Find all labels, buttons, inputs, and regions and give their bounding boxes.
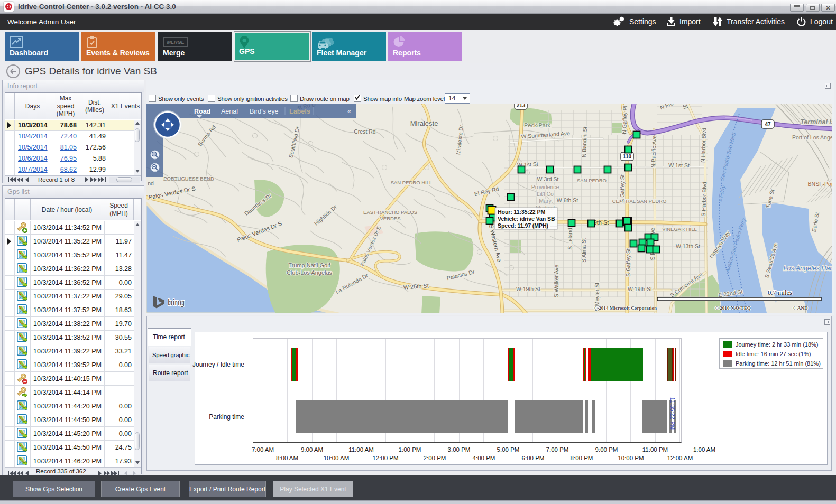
svg-text:© 2010 NAVTEQ: © 2010 NAVTEQ [715,305,751,311]
svg-text:Peck Park: Peck Park [524,122,551,128]
svg-text:Labels: Labels [289,108,310,115]
svg-text:N Bandini St: N Bandini St [581,126,588,157]
svg-text:MERGE: MERGE [167,40,185,45]
svg-text:BNSF-Port: BNSF-Port [808,181,832,187]
svg-text:W 19th St: W 19th St [628,286,652,292]
svg-text:W 6th St: W 6th St [557,197,578,203]
svg-text:W 19th St: W 19th St [516,286,540,292]
svg-text:Trump Nat'l Golf: Trump Nat'l Golf [288,262,330,268]
svg-text:Aerial: Aerial [221,108,238,115]
svg-text:Crest Rd: Crest Rd [354,128,376,135]
svg-text:213: 213 [517,104,526,108]
svg-text:110: 110 [623,154,632,160]
svg-text:VINEGAR HILL: VINEGAR HILL [662,226,696,232]
svg-text:P̲O̲R̲T̲U̲G̲U̲E̲S̲E̲ B̲E̲N̲D̲: P̲O̲R̲T̲U̲G̲U̲E̲S̲E̲ B̲E̲N̲D̲ [163,175,214,181]
svg-text:SAN PEDRO HILL: SAN PEDRO HILL [391,180,433,185]
svg-text:9th St: 9th St [594,219,609,226]
svg-text:Bird's eye: Bird's eye [250,108,279,115]
svg-text:Lit'l Co: Lit'l Co [537,191,554,197]
svg-text:0.7 miles: 0.7 miles [768,289,792,296]
svg-text:SAN PEDRO: SAN PEDRO [577,178,607,183]
svg-text:Port of Los Angel: Port of Los Angel [792,134,832,141]
svg-text:S Alma St: S Alma St [581,238,587,263]
svg-text:nd: nd [148,180,154,186]
svg-text:W 13th St: W 13th St [676,243,700,249]
svg-text:S Walker Ave: S Walker Ave [553,265,559,298]
svg-text:N Gaffey Pl: N Gaffey Pl [621,106,628,134]
svg-text:VERDES: VERDES [380,216,400,221]
svg-text:Mary: Mary [539,198,552,204]
svg-text:Providence: Providence [531,184,559,190]
svg-text:Los Angeles Harb: Los Angeles Harb [784,265,832,272]
svg-text:S Harbor Blvd: S Harbor Blvd [700,182,708,217]
svg-text:47: 47 [765,122,771,127]
svg-text:Speed: 11.97 (MPH): Speed: 11.97 (MPH) [498,222,548,229]
svg-text:S Leland: S Leland [567,228,573,250]
svg-text:Road: Road [194,108,210,115]
svg-text:© AND: © AND [793,305,808,311]
svg-text:EAST RANCHO PALOS: EAST RANCHO PALOS [363,209,417,215]
svg-text:bing: bing [168,297,185,307]
svg-text:Hour: 11:35:22 PM: Hour: 11:35:22 PM [498,209,545,215]
svg-text:W 3rd St: W 3rd St [537,176,559,182]
svg-text:N Harbor Blvd: N Harbor Blvd [700,128,707,163]
svg-text:W 1st St: W 1st St [668,162,690,169]
svg-text:N Pacific Ave: N Pacific Ave [650,135,657,168]
svg-text:«: « [347,108,351,115]
svg-text:Vehicle: idrive Van SB: Vehicle: idrive Van SB [498,216,555,222]
svg-text:Terminal Is: Terminal Is [800,118,832,126]
svg-text:© 2014 Microsoft Corporation: © 2014 Microsoft Corporation [594,305,657,311]
svg-text:S Gaffey St: S Gaffey St [625,248,631,277]
svg-text:Miraleste: Miraleste [410,119,438,127]
svg-text:Club-Los Angelas: Club-Los Angelas [287,269,333,276]
svg-text:S Gaffey St: S Gaffey St [619,174,626,203]
